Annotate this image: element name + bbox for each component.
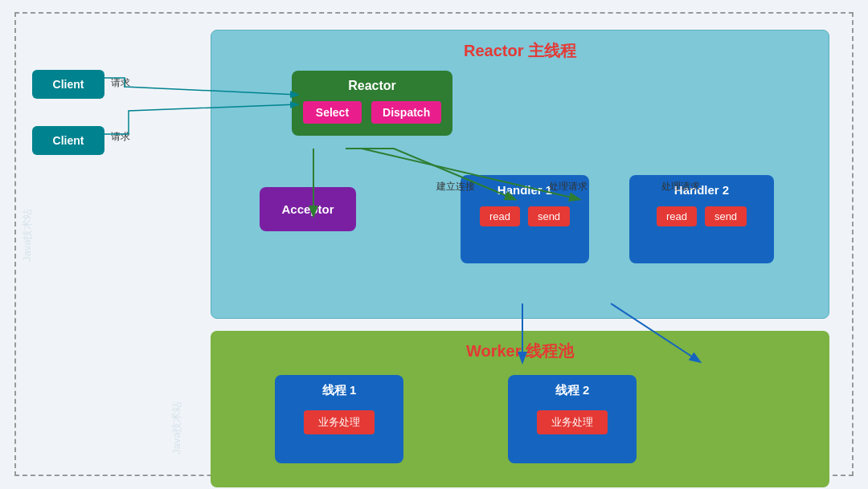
main-container: Reactor 主线程 Reactor Select Dispatch Acce… [14,12,854,476]
reactor-box: Reactor Select Dispatch [292,71,452,136]
handler2-send-button[interactable]: send [705,206,747,226]
client1-box: Client [32,70,104,99]
handler1-send-button[interactable]: send [528,206,570,226]
thread2-box: 线程 2 业务处理 [508,375,637,463]
label-request1: 请求 [111,76,130,90]
label-handle-request2: 处理请求 [661,180,700,194]
worker-pool: Worker 线程池 线程 1 业务处理 线程 2 业务处理 [211,331,829,487]
worker-pool-title: Worker 线程池 [211,331,829,362]
label-handle-request1: 处理请求 [549,180,588,194]
client1-label: Client [53,78,84,91]
acceptor-label: Acceptor [281,202,334,216]
handler2-box: Handler 2 read send [629,175,774,263]
thread1-title: 线程 1 [283,383,395,398]
label-establish-connection: 建立连接 [436,180,475,194]
reactor-buttons: Select Dispatch [304,101,440,124]
handler2-buttons: read send [637,206,766,226]
thread1-box: 线程 1 业务处理 [275,375,403,463]
reactor-main-thread-area: Reactor 主线程 Reactor Select Dispatch Acce… [211,30,829,319]
dispatch-button[interactable]: Dispatch [371,101,441,124]
handler1-read-button[interactable]: read [480,206,520,226]
handler2-title: Handler 2 [637,183,766,197]
watermark1: Java技术站 [20,209,35,262]
acceptor-box: Acceptor [260,187,356,231]
handler1-buttons: read send [469,206,581,226]
reactor-main-thread-title: Reactor 主线程 [211,40,829,62]
client2-box: Client [32,126,104,155]
thread2-title: 线程 2 [516,383,628,398]
reactor-box-title: Reactor [304,79,440,93]
select-button[interactable]: Select [303,101,362,124]
handler2-read-button[interactable]: read [657,206,697,226]
label-request2: 请求 [111,130,130,144]
thread1-biz-button[interactable]: 业务处理 [304,410,375,434]
client2-label: Client [53,134,84,147]
thread2-biz-button[interactable]: 业务处理 [537,410,608,434]
watermark2: Java技术站 [170,401,184,454]
